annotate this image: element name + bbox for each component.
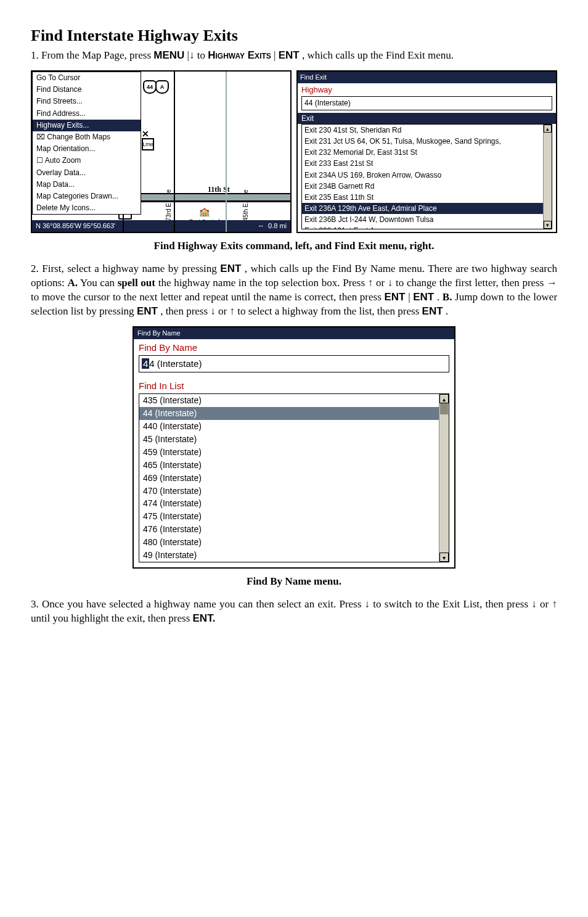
page-title: Find Interstate Highway Exits — [31, 25, 557, 46]
list-item[interactable]: 474 (Interstate) — [139, 497, 449, 510]
list-item[interactable]: 435 (Interstate) — [139, 394, 449, 407]
exit-list-item[interactable]: Exit 236A 129th Ave East, Admiral Place — [302, 203, 552, 214]
paragraph-3: 3. Once you have selected a highway name… — [31, 598, 557, 626]
list-item[interactable]: 480 (Interstate) — [139, 536, 449, 549]
scroll-thumb[interactable] — [440, 403, 448, 414]
label-245th-ave: 245th E. Ave — [242, 190, 250, 225]
exit-list-item[interactable]: Exit 236B Jct I-244 W, Downtown Tulsa — [302, 214, 552, 225]
section-highway-label: Highway — [298, 83, 556, 96]
scroll-down-icon[interactable]: ▾ — [544, 221, 552, 229]
context-menu-item[interactable]: Map Orientation... — [33, 143, 141, 155]
status-lon: W 95°50.663' — [75, 221, 115, 231]
exit-list-item[interactable]: Exit 234A US 169, Broken Arrow, Owasso — [302, 170, 552, 181]
center-name: Lme — [142, 138, 154, 150]
p2-text: 2. First, select a highway name by press… — [31, 263, 220, 274]
list-item[interactable]: 459 (Interstate) — [139, 446, 449, 459]
name-input[interactable]: 44 (Interstate) — [139, 355, 449, 372]
paragraph-2: 2. First, select a highway name by press… — [31, 262, 557, 319]
shield-a-value: A — [155, 80, 169, 94]
exit-list-item[interactable]: Exit 230 41st St, Sheridan Rd — [302, 125, 552, 136]
status-scale: 0.8 mi — [268, 222, 287, 229]
highway-input[interactable]: 44 (Interstate) — [301, 96, 552, 110]
list-item[interactable]: 440 (Interstate) — [139, 420, 449, 433]
context-menu-item[interactable]: Delete My Icons... — [33, 202, 141, 214]
p1-text: 1. From the Map Page, press — [31, 49, 153, 61]
interstate-shield: 44 — [143, 80, 157, 94]
exit-list-item[interactable]: Exit 233 East 21st St — [302, 158, 552, 169]
scrollbar[interactable]: ▴ ▾ — [543, 125, 552, 229]
exit-list[interactable]: Exit 230 41st St, Sheridan RdExit 231 Jc… — [301, 124, 552, 229]
figure-caption-2: Find By Name menu. — [31, 575, 557, 589]
key-ent: ENT — [220, 263, 241, 274]
list-item[interactable]: 476 (Interstate) — [139, 523, 449, 536]
status-lat: N 36°08.856' — [36, 221, 75, 231]
option-a: A. — [67, 277, 78, 289]
label-173rd-ave: 173rd E. Ave — [165, 189, 173, 224]
p1-text: |↓ to — [187, 49, 208, 61]
key-ent: ENT — [137, 305, 158, 317]
p2-text: . — [446, 305, 448, 317]
list-item[interactable]: 465 (Interstate) — [139, 459, 449, 472]
context-menu-item[interactable]: Overlay Data... — [33, 167, 141, 179]
dialog-title: Find By Name — [134, 327, 454, 339]
context-menu-item[interactable]: ☐ Auto Zoom — [33, 155, 141, 167]
key-ent: ENT — [384, 291, 405, 303]
section-exit-header: Exit — [298, 113, 556, 124]
paragraph-1: 1. From the Map Page, press MENU |↓ to H… — [31, 49, 557, 63]
key-menu: MENU — [153, 49, 184, 61]
p1-text: , which calls up the Find Exit menu. — [302, 49, 454, 61]
context-menu-item[interactable]: Find Streets... — [33, 96, 141, 107]
map-status-bar: N 36°08.856' W 95°50.663' ↔ 0.8 mi — [32, 220, 290, 232]
find-by-name-label: Find By Name — [134, 339, 454, 355]
status-arrow-icon: ↔ — [258, 222, 264, 229]
p1-text: | — [274, 49, 276, 61]
find-in-list[interactable]: 435 (Interstate)44 (Interstate)440 (Inte… — [139, 393, 449, 562]
list-item[interactable]: 470 (Interstate) — [139, 485, 449, 498]
exit-list-item[interactable]: Exit 234B Garnett Rd — [302, 181, 552, 192]
list-item[interactable]: 44 (Interstate) — [139, 407, 449, 420]
p2-text: . — [437, 291, 443, 303]
list-item[interactable]: 475 (Interstate) — [139, 510, 449, 523]
context-menu: Go To CursorFind DistanceFind Streets...… — [32, 72, 141, 215]
exit-list-item[interactable]: Exit 231 Jct US 64, OK 51, Tulsa, Muskog… — [302, 136, 552, 147]
exit-list-item[interactable]: Exit 235 East 11th St — [302, 192, 552, 203]
figure-caption-1: Find Highway Exits command, left, and Fi… — [31, 239, 557, 253]
context-menu-item[interactable]: ⌧ Change Both Maps — [33, 131, 141, 143]
figure-duo: Go To CursorFind DistanceFind Streets...… — [31, 70, 557, 233]
p2-text: , then press ↓ or ↑ to select a highway … — [160, 305, 422, 317]
p2-text: You can — [80, 277, 118, 289]
exit-list-item[interactable]: Exit 232 Memorial Dr, East 31st St — [302, 147, 552, 158]
menu-highway-exits: Highway Exits — [208, 49, 271, 61]
list-item[interactable]: 469 (Interstate) — [139, 472, 449, 485]
key-ent: ENT — [413, 291, 434, 303]
list-item[interactable]: 45 (Interstate) — [139, 433, 449, 446]
scrollbar[interactable]: ▴ ▾ — [439, 394, 449, 562]
option-b: B. — [443, 291, 452, 303]
context-menu-item[interactable]: Map Categories Drawn... — [33, 191, 141, 202]
list-item[interactable]: 49 (Interstate) — [139, 549, 449, 562]
context-menu-item[interactable]: Go To Cursor — [33, 72, 141, 84]
map-page-panel: Go To CursorFind DistanceFind Streets...… — [31, 70, 292, 233]
find-in-list-label: Find In List — [134, 377, 454, 393]
context-menu-item[interactable]: Highway Exits... — [33, 120, 141, 131]
find-by-name-panel: Find By Name Find By Name 44 (Interstate… — [133, 326, 455, 569]
find-exit-panel: Find Exit Highway 44 (Interstate) Exit E… — [296, 70, 557, 233]
street-label-11th-b: 11th St — [208, 184, 230, 194]
exit-list-item[interactable]: Exit 238 161st East Ave — [302, 225, 552, 229]
p2-text: | — [408, 291, 410, 303]
scroll-track[interactable] — [544, 133, 552, 221]
figure-find-by-name: Find By Name Find By Name 44 (Interstate… — [31, 326, 557, 569]
input-rest: 4 (Interstate) — [149, 358, 202, 369]
spell-out: spell out — [118, 277, 155, 289]
dialog-title: Find Exit — [298, 72, 556, 83]
input-cursor: 4 — [142, 358, 149, 369]
key-ent: ENT. — [193, 612, 216, 624]
scroll-down-icon[interactable]: ▾ — [439, 553, 449, 562]
key-ent: ENT — [279, 49, 300, 61]
context-menu-item[interactable]: Find Address... — [33, 108, 141, 120]
key-ent: ENT — [422, 305, 443, 317]
context-menu-item[interactable]: Map Data... — [33, 179, 141, 191]
context-menu-item[interactable]: Find Distance — [33, 84, 141, 96]
scroll-up-icon[interactable]: ▴ — [439, 394, 449, 403]
scroll-up-icon[interactable]: ▴ — [544, 125, 552, 133]
